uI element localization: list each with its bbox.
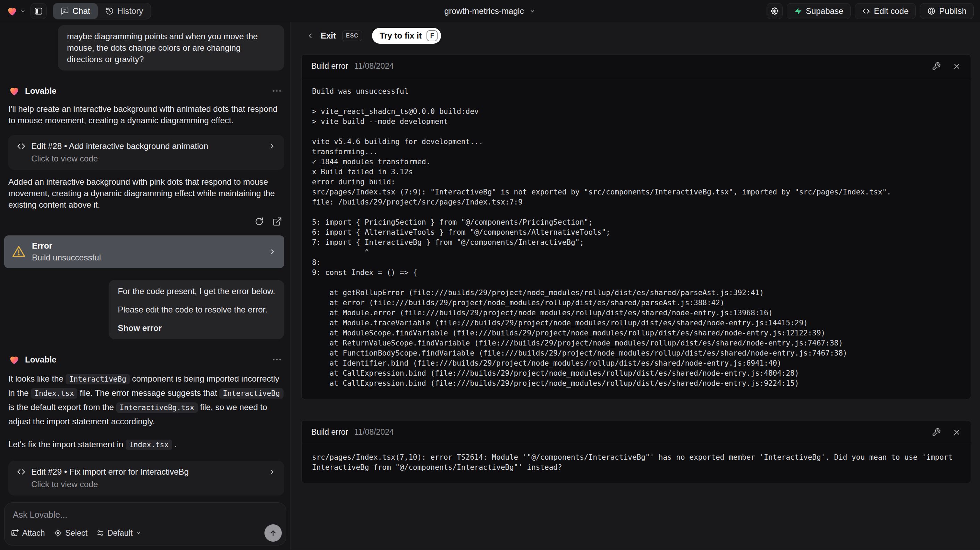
build-error-card-1: Build error 11/08/2024 Build was unsucce… xyxy=(301,54,971,399)
user-message-line: For the code present, I get the error be… xyxy=(118,285,275,297)
edit-card-subtitle: Click to view code xyxy=(31,480,276,489)
text-run: . xyxy=(172,440,177,449)
build-log: Build was unsuccessful > vite_react_shad… xyxy=(312,86,960,389)
sidebar-toggle-button[interactable] xyxy=(30,3,46,19)
supabase-label: Supabase xyxy=(806,6,843,16)
select-button[interactable]: Select xyxy=(54,528,88,538)
assistant-header: Lovable xyxy=(8,85,284,97)
chat-history-switch: Chat History xyxy=(53,3,151,19)
user-message-text: maybe diagramming points and when you mo… xyxy=(67,32,258,64)
lovable-heart-icon xyxy=(8,85,20,97)
attach-button[interactable]: Attach xyxy=(11,528,45,538)
build-error-date: 11/08/2024 xyxy=(354,427,393,437)
preview-header: Exit ESC Try to fix it F xyxy=(301,26,971,45)
sliders-icon xyxy=(97,529,104,537)
send-button[interactable] xyxy=(264,524,282,542)
text-run: Let's fix the import statement in xyxy=(8,440,126,449)
edit-code-label: Edit code xyxy=(874,6,908,16)
text-run: It looks like the xyxy=(8,374,65,383)
error-preview-panel: Exit ESC Try to fix it F Build error 11/… xyxy=(291,22,980,550)
edit-card-29[interactable]: Edit #29 • Fix import error for Interact… xyxy=(8,461,284,496)
refresh-icon[interactable] xyxy=(255,217,264,226)
chevron-right-icon xyxy=(268,142,276,150)
error-summary-card[interactable]: Error Build unsuccessful xyxy=(4,236,284,268)
target-icon xyxy=(54,529,62,537)
build-error-body: src/pages/Index.tsx(7,10): error TS2614:… xyxy=(302,444,970,483)
close-icon[interactable] xyxy=(953,428,961,437)
topbar: Chat History growth-metrics-magic xyxy=(0,0,980,22)
fix-label: Try to fix it xyxy=(380,31,422,41)
tab-chat[interactable]: Chat xyxy=(53,3,98,19)
more-options-icon[interactable] xyxy=(273,90,284,92)
build-log: src/pages/Index.tsx(7,10): error TS2614:… xyxy=(312,453,960,473)
tab-chat-label: Chat xyxy=(73,6,90,16)
assistant-paragraph: Added an interactive background with pin… xyxy=(8,176,284,210)
assistant-header: Lovable xyxy=(8,354,284,366)
code-icon xyxy=(17,142,26,151)
tab-history-label: History xyxy=(117,6,143,16)
settings-button[interactable] xyxy=(767,3,783,19)
supabase-bolt-icon xyxy=(794,7,802,15)
chat-panel: maybe diagramming points and when you mo… xyxy=(0,22,291,550)
assistant-name: Lovable xyxy=(25,355,57,365)
inline-code: Index.tsx xyxy=(31,388,77,399)
assistant-name: Lovable xyxy=(25,86,57,96)
build-error-title: Build error xyxy=(311,427,348,437)
esc-key-badge: ESC xyxy=(342,30,362,41)
exit-button[interactable]: Exit xyxy=(321,31,336,41)
show-error-link[interactable]: Show error xyxy=(118,322,275,334)
error-card-subtitle: Build unsuccessful xyxy=(32,253,101,263)
user-message: maybe diagramming points and when you mo… xyxy=(58,25,284,70)
code-icon xyxy=(862,7,870,15)
assistant-paragraph: Let's fix the import statement in Index.… xyxy=(8,437,284,452)
close-icon[interactable] xyxy=(953,62,961,70)
history-icon xyxy=(105,7,114,15)
select-label: Select xyxy=(65,528,88,538)
wrench-icon[interactable] xyxy=(932,62,941,71)
build-error-date: 11/08/2024 xyxy=(354,61,393,71)
error-card-title: Error xyxy=(32,241,101,251)
globe-icon xyxy=(927,7,935,15)
chat-messages: maybe diagramming points and when you mo… xyxy=(0,22,290,501)
inline-code: InteractiveBg xyxy=(65,374,129,384)
project-name: growth-metrics-magic xyxy=(444,6,523,16)
chat-bubble-icon xyxy=(61,7,69,15)
lovable-logo-menu[interactable] xyxy=(6,5,26,17)
edit-card-subtitle: Click to view code xyxy=(31,154,276,164)
warning-icon xyxy=(12,245,26,259)
open-external-icon[interactable] xyxy=(272,217,282,226)
back-chevron-icon[interactable] xyxy=(307,32,314,40)
mode-label: Default xyxy=(107,528,132,538)
try-to-fix-button[interactable]: Try to fix it F xyxy=(372,28,441,44)
mode-selector[interactable]: Default xyxy=(97,528,141,538)
chevron-right-icon xyxy=(268,247,277,256)
user-message-line: Please edit the code to resolve the erro… xyxy=(118,304,275,315)
build-error-header: Build error 11/08/2024 xyxy=(302,421,970,444)
chat-input-container: Attach Select Defa xyxy=(4,502,286,545)
assistant-paragraph: I'll help create an interactive backgrou… xyxy=(8,103,284,126)
more-options-icon[interactable] xyxy=(273,359,284,360)
edit-card-title: Edit #29 • Fix import error for Interact… xyxy=(31,467,189,477)
inline-code: Index.tsx xyxy=(126,440,172,450)
edit-card-28[interactable]: Edit #28 • Add interactive background an… xyxy=(8,135,284,170)
topbar-actions: Supabase Edit code Publish xyxy=(767,3,974,19)
attach-label: Attach xyxy=(22,528,45,538)
code-icon xyxy=(17,467,26,477)
build-error-title: Build error xyxy=(311,61,348,71)
publish-label: Publish xyxy=(939,6,966,16)
panel-left-icon xyxy=(34,6,43,16)
gear-icon xyxy=(770,6,779,16)
supabase-button[interactable]: Supabase xyxy=(787,3,851,19)
chevron-down-icon xyxy=(530,8,536,14)
text-run: is the default export from the xyxy=(8,402,116,412)
tab-history[interactable]: History xyxy=(98,3,151,19)
chat-input-actions: Attach Select Defa xyxy=(11,524,282,542)
edit-card-title: Edit #28 • Add interactive background an… xyxy=(31,141,208,151)
build-error-body: Build was unsuccessful > vite_react_shad… xyxy=(302,78,970,399)
build-error-card-2: Build error 11/08/2024 src/pages/Index.t… xyxy=(301,420,971,483)
publish-button[interactable]: Publish xyxy=(920,3,974,19)
chat-input[interactable] xyxy=(5,503,286,523)
project-selector[interactable]: growth-metrics-magic xyxy=(444,0,535,22)
edit-code-button[interactable]: Edit code xyxy=(855,3,916,19)
wrench-icon[interactable] xyxy=(932,428,941,437)
